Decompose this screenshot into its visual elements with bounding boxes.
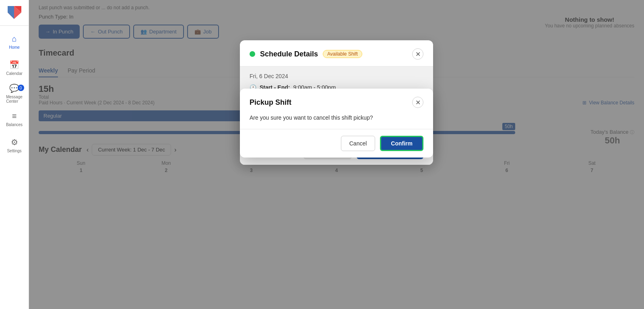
available-shift-badge: Available Shift (323, 50, 362, 58)
confirm-label: Confirm (391, 140, 413, 147)
confirm-dialog-footer: Cancel Confirm (240, 129, 433, 158)
green-dot (250, 51, 255, 57)
sidebar-item-home-label: Home (9, 45, 20, 50)
confirm-dialog: Pickup Shift ✕ Are you sure you want to … (240, 89, 433, 158)
settings-icon: ⚙ (11, 137, 18, 147)
cancel-label: Cancel (349, 140, 367, 147)
confirm-dialog-title: Pickup Shift (250, 98, 291, 107)
confirm-dialog-close-button[interactable]: ✕ (412, 97, 423, 108)
schedule-date: Fri, 6 Dec 2024 (250, 73, 423, 79)
sidebar-item-home[interactable]: ⌂ Home (2, 31, 27, 53)
sidebar-item-settings-label: Settings (7, 149, 21, 153)
main-content: Last punch was submitted or ... do not a… (29, 0, 644, 309)
sidebar-item-balances-label: Balances (6, 122, 23, 127)
schedule-title-row: Schedule Details Available Shift (250, 50, 362, 58)
balances-icon: ≡ (12, 112, 17, 121)
home-icon: ⌂ (12, 34, 17, 44)
app-logo (0, 0, 29, 26)
confirm-dialog-header: Pickup Shift ✕ (240, 89, 433, 114)
confirm-dialog-message: Are you sure you want to cancel this shi… (250, 114, 373, 121)
sidebar: ⌂ Home 📅 Calendar 0 💬 MessageCenter ≡ Ba… (0, 0, 29, 309)
confirm-dialog-cancel-button[interactable]: Cancel (341, 136, 376, 151)
sidebar-item-balances[interactable]: ≡ Balances (2, 108, 27, 131)
modal-overlay: Schedule Details Available Shift ✕ Fri, … (29, 0, 644, 309)
schedule-modal-title: Schedule Details (260, 50, 318, 58)
schedule-modal-header: Schedule Details Available Shift ✕ (240, 40, 433, 66)
calendar-icon: 📅 (9, 60, 19, 70)
sidebar-item-calendar[interactable]: 📅 Calendar (2, 56, 27, 79)
sidebar-item-calendar-label: Calendar (6, 71, 23, 76)
sidebar-item-messages-label: MessageCenter (6, 95, 23, 104)
sidebar-item-settings[interactable]: ⚙ Settings (2, 134, 27, 156)
confirm-dialog-confirm-button[interactable]: Confirm (380, 136, 423, 151)
message-badge: 0 (18, 85, 24, 91)
sidebar-item-messages[interactable]: 0 💬 MessageCenter (2, 82, 27, 105)
confirm-dialog-body: Are you sure you want to cancel this shi… (240, 114, 433, 129)
schedule-modal-close-button[interactable]: ✕ (412, 48, 423, 60)
